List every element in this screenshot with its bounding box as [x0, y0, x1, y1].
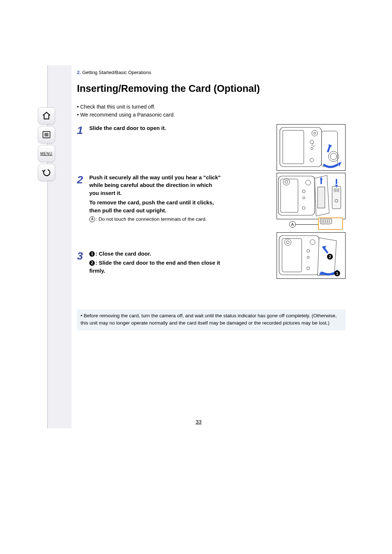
annotation-a-label: A	[289, 221, 296, 228]
step-1: 1 Slide the card door to open it.	[77, 124, 222, 170]
home-icon	[42, 111, 51, 121]
intro-item: Check that this unit is turned off.	[77, 103, 346, 111]
bullet-1-icon: 1	[89, 251, 95, 257]
svg-marker-14	[338, 162, 342, 167]
camera-insert-card-icon	[277, 173, 345, 219]
menu-label: MENU	[40, 152, 52, 156]
illustration-1	[277, 124, 346, 171]
step-sub1-text: : Close the card door.	[95, 250, 151, 257]
svg-rect-4	[280, 127, 322, 167]
return-arrow-icon	[42, 168, 51, 177]
content: 2. Getting Started/Basic Operations Inse…	[77, 65, 346, 330]
chapter-number: 2.	[77, 70, 81, 75]
page-title: Inserting/Removing the Card (Optional)	[77, 83, 346, 94]
page-number: 33	[48, 419, 349, 425]
illustration-2: A	[277, 173, 346, 219]
step-text: Slide the card door to open it.	[89, 124, 222, 132]
step-number: 1	[77, 124, 89, 136]
illustration-3: 2 1	[277, 232, 346, 279]
warning-note: Before removing the card, turn the camer…	[77, 309, 346, 331]
svg-rect-25	[332, 186, 341, 209]
step-sub1: 1: Close the card door.	[89, 250, 222, 258]
svg-rect-38	[279, 236, 319, 275]
illustration-column: A	[277, 124, 346, 281]
step-3: 3 1: Close the card door. 2: Slide the c…	[77, 250, 222, 276]
step-text: Push it securely all the way until you h…	[89, 174, 222, 197]
terminal-detail-icon	[318, 217, 343, 230]
step-sub2: 2: Slide the card door to the end and th…	[89, 259, 222, 275]
breadcrumb: 2. Getting Started/Basic Operations	[77, 70, 346, 75]
menu-button[interactable]: MENU	[38, 145, 55, 162]
back-button[interactable]	[38, 164, 55, 181]
callout-line	[295, 224, 318, 225]
intro-list: Check that this unit is turned off. We r…	[77, 103, 346, 119]
step-number: 2	[77, 174, 89, 185]
step-note-text: : Do not touch the connection terminals …	[96, 216, 207, 222]
svg-rect-24	[318, 187, 325, 208]
toc-button[interactable]	[38, 126, 55, 143]
step-2: 2 Push it securely all the way until you…	[77, 174, 222, 246]
step-text-remove: To remove the card, push the card until …	[89, 199, 222, 215]
intro-item: We recommend using a Panasonic card.	[77, 111, 346, 119]
list-icon	[42, 130, 51, 139]
annotation-a-icon: A	[89, 216, 95, 222]
svg-rect-16	[278, 176, 315, 215]
chapter-title: Getting Started/Basic Operations	[82, 70, 151, 75]
home-button[interactable]	[38, 107, 55, 125]
step-note: A: Do not touch the connection terminals…	[89, 216, 222, 223]
step-sub2-text: : Slide the card door to the end and the…	[89, 260, 220, 274]
annotation-1-label: 1	[334, 270, 340, 276]
annotation-2-label: 2	[327, 254, 333, 260]
nav-icons: MENU	[38, 107, 58, 183]
step-number: 3	[77, 250, 89, 261]
warning-text: Before removing the card, turn the camer…	[81, 313, 337, 326]
steps-area: 1 Slide the card door to open it. 2 Push…	[77, 124, 346, 295]
callout-a: A	[276, 219, 349, 230]
page: MENU 2. Getting Started/Basic Operations…	[47, 65, 349, 428]
camera-open-door-icon	[277, 125, 345, 170]
bullet-2-icon: 2	[89, 260, 95, 266]
